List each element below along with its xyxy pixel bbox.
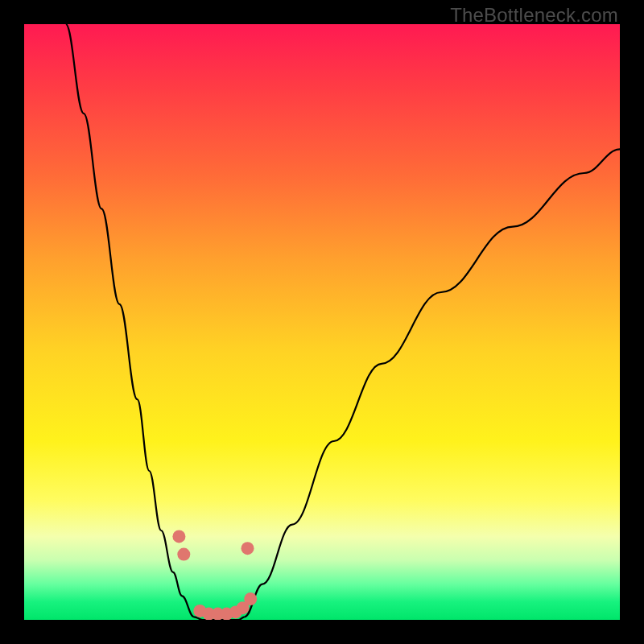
curve-left-branch [66, 24, 194, 617]
watermark-text: TheBottleneck.com [450, 4, 618, 27]
plot-area [24, 24, 620, 620]
marker-group [172, 530, 257, 620]
data-marker [172, 530, 185, 543]
curve-layer [24, 24, 620, 620]
data-marker [244, 592, 257, 605]
data-marker [177, 548, 190, 561]
curve-right-branch [245, 149, 620, 617]
chart-frame: TheBottleneck.com [0, 0, 644, 644]
data-marker [242, 542, 254, 555]
